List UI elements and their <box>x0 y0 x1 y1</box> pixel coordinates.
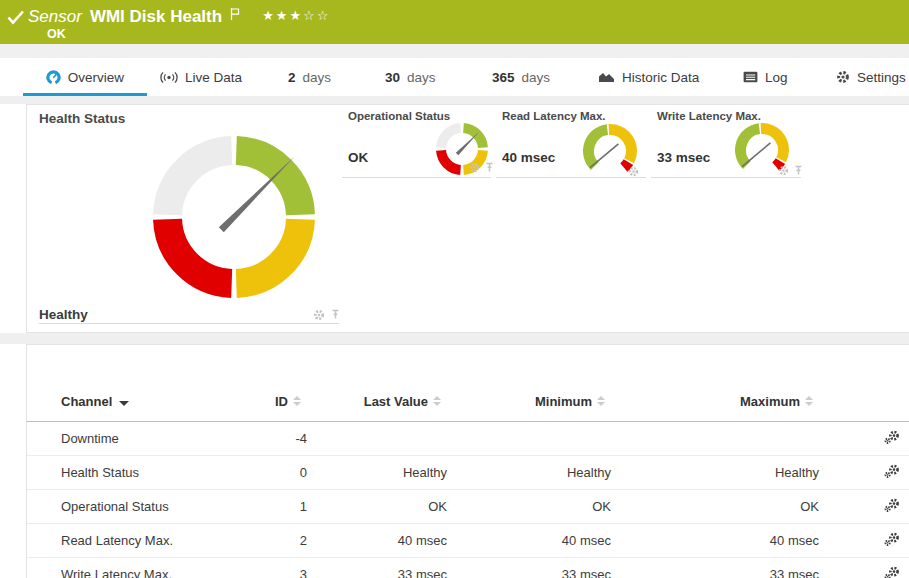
table-row-operational-status[interactable]: Operational Status 1 OK OK OK <box>27 490 909 524</box>
pin-icon[interactable] <box>331 309 340 320</box>
column-header-maximum[interactable]: Maximum <box>611 345 819 422</box>
tab-30-days-number: 30 <box>385 70 400 85</box>
sort-arrows-icon <box>597 396 605 406</box>
table-row-downtime[interactable]: Downtime -4 <box>27 422 909 456</box>
cell-id: 0 <box>227 456 307 490</box>
table-row-health-status[interactable]: Health Status 0 Healthy Healthy Healthy <box>27 456 909 490</box>
column-header-minimum-label: Minimum <box>535 394 592 409</box>
write-latency-value: 33 msec <box>657 150 710 165</box>
sensor-name: WMI Disk Health <box>90 6 222 27</box>
write-latency-cell: Write Latency Max. 33 msec <box>651 105 801 178</box>
channels-table: Channel ID Last Value Minimum Maximum Do… <box>27 345 909 578</box>
sort-caret-icon <box>119 401 129 406</box>
tab-2-days[interactable]: 2 days <box>288 58 331 96</box>
cell-maximum: 33 msec <box>611 558 819 578</box>
cell-actions <box>819 558 909 578</box>
write-latency-actions <box>778 165 803 176</box>
gauges-panel: Health Status Healthy Operational Status… <box>26 104 909 333</box>
cell-last-value: 40 msec <box>307 524 447 558</box>
cell-channel: Operational Status <box>27 490 227 524</box>
column-header-minimum[interactable]: Minimum <box>447 345 611 422</box>
historic-chart-icon <box>598 71 615 83</box>
sensor-kind-label: Sensor <box>28 6 82 27</box>
health-status-value: Healthy <box>39 307 88 322</box>
cell-last-value: OK <box>307 490 447 524</box>
channel-gear-icon[interactable] <box>628 166 639 177</box>
tab-2-days-unit: days <box>303 70 332 85</box>
cell-maximum: OK <box>611 490 819 524</box>
health-status-title: Health Status <box>39 111 125 126</box>
column-header-id[interactable]: ID <box>227 345 307 422</box>
priority-stars[interactable]: ★★★☆☆ <box>262 8 330 23</box>
tab-overview-label: Overview <box>68 70 124 85</box>
cell-last-value: 33 msec <box>307 558 447 578</box>
tab-2-days-number: 2 <box>288 70 296 85</box>
status-check-icon <box>7 10 25 25</box>
tab-365-days-unit: days <box>522 70 551 85</box>
channel-settings-icon[interactable] <box>884 464 900 478</box>
log-list-icon <box>743 71 758 83</box>
tab-30-days-unit: days <box>407 70 436 85</box>
settings-gear-icon <box>836 70 850 84</box>
read-latency-value: 40 msec <box>502 150 555 165</box>
cell-minimum: OK <box>447 490 611 524</box>
gauge-segment-gray <box>168 151 232 215</box>
operational-status-value: OK <box>348 150 368 165</box>
operational-status-title: Operational Status <box>348 110 450 122</box>
cell-actions <box>819 456 909 490</box>
tab-365-days-number: 365 <box>492 70 515 85</box>
tab-settings[interactable]: Settings <box>836 58 906 96</box>
gauge-icon <box>46 70 61 85</box>
tab-live-data[interactable]: Live Data <box>160 58 242 96</box>
tab-historic-data[interactable]: Historic Data <box>598 58 699 96</box>
sort-arrows-icon <box>805 396 813 406</box>
cell-actions <box>819 490 909 524</box>
stars-empty: ☆☆ <box>303 8 330 23</box>
health-status-actions <box>313 309 340 321</box>
pin-icon[interactable] <box>794 165 803 176</box>
column-header-channel[interactable]: Channel <box>27 345 227 422</box>
cell-last-value <box>307 422 447 456</box>
sensor-title-row: Sensor WMI Disk Health ★★★☆☆ <box>28 6 330 27</box>
cell-channel: Health Status <box>27 456 227 490</box>
operational-status-cell: Operational Status OK <box>342 105 491 178</box>
tab-historic-data-label: Historic Data <box>622 70 699 85</box>
table-row-read-latency[interactable]: Read Latency Max. 2 40 msec 40 msec 40 m… <box>27 524 909 558</box>
channel-settings-icon[interactable] <box>884 430 900 444</box>
channel-gear-icon[interactable] <box>778 165 789 176</box>
gauge-needle <box>456 131 480 155</box>
column-header-last-value[interactable]: Last Value <box>307 345 447 422</box>
column-header-maximum-label: Maximum <box>740 394 800 409</box>
tab-overview[interactable]: Overview <box>23 58 147 96</box>
tab-30-days[interactable]: 30 days <box>385 58 436 96</box>
cell-id: 3 <box>227 558 307 578</box>
operational-status-actions <box>469 162 494 173</box>
channel-gear-icon[interactable] <box>469 162 480 173</box>
read-latency-actions <box>628 166 639 177</box>
pin-icon[interactable] <box>485 162 494 173</box>
channel-gear-icon[interactable] <box>313 309 325 321</box>
priority-flag-icon[interactable] <box>230 7 240 21</box>
cell-maximum: 40 msec <box>611 524 819 558</box>
channel-settings-icon[interactable] <box>884 566 900 578</box>
sort-arrows-icon <box>293 396 301 406</box>
cell-id: 2 <box>227 524 307 558</box>
cell-channel: Read Latency Max. <box>27 524 227 558</box>
channel-settings-icon[interactable] <box>884 532 900 546</box>
panel-separator <box>0 333 909 344</box>
tab-365-days[interactable]: 365 days <box>492 58 550 96</box>
channels-panel: Channel ID Last Value Minimum Maximum Do… <box>26 344 909 578</box>
channel-settings-icon[interactable] <box>884 498 900 512</box>
cell-maximum: Healthy <box>611 456 819 490</box>
cell-minimum: 40 msec <box>447 524 611 558</box>
live-data-icon <box>160 71 178 84</box>
column-header-actions <box>819 345 909 422</box>
cell-actions <box>819 524 909 558</box>
column-header-channel-label: Channel <box>61 394 112 409</box>
tab-log[interactable]: Log <box>743 58 788 96</box>
cell-minimum <box>447 422 611 456</box>
cell-maximum <box>611 422 819 456</box>
table-header-row: Channel ID Last Value Minimum Maximum <box>27 345 909 422</box>
cell-minimum: Healthy <box>447 456 611 490</box>
table-row-write-latency[interactable]: Write Latency Max. 3 33 msec 33 msec 33 … <box>27 558 909 578</box>
